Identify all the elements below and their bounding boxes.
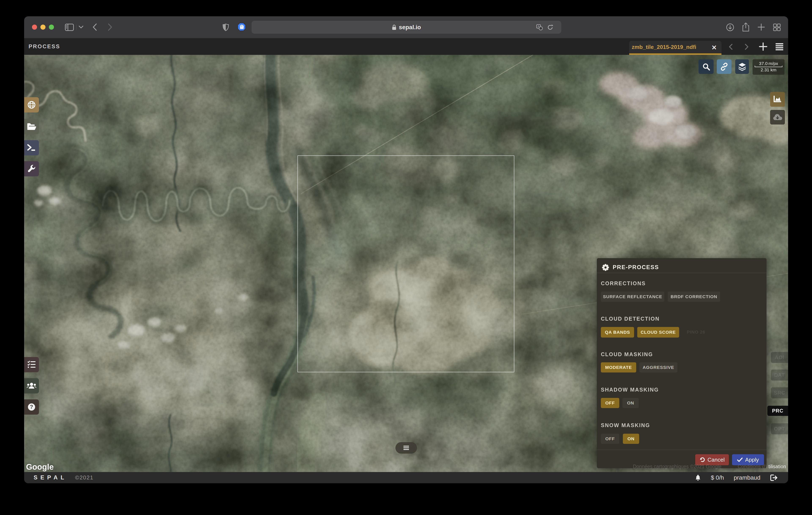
svg-text:?: ? [30, 404, 33, 410]
